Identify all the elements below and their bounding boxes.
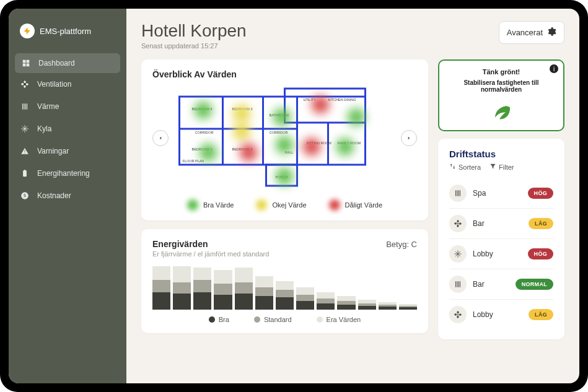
status-row[interactable]: BarNORMAL (449, 269, 553, 300)
bar (235, 268, 253, 310)
tip-subtitle: Stabilisera fastigheten till normalvärde… (447, 79, 556, 93)
heat-icon (20, 102, 30, 111)
sidebar-item-kostnader[interactable]: $Kostnader (9, 185, 126, 207)
svg-text:$: $ (24, 193, 26, 198)
snow-icon (20, 124, 30, 134)
grid-icon (21, 58, 31, 68)
energy-legend: Bra Standard Era Värden (152, 316, 417, 323)
leaf-icon (447, 99, 556, 123)
sort-button[interactable]: Sortera (449, 163, 481, 171)
battery-icon (20, 168, 30, 178)
advanced-button[interactable]: Avancerat (499, 21, 564, 44)
fan-icon (449, 215, 467, 232)
filter-icon (489, 163, 496, 171)
bar (379, 302, 397, 310)
tip-card: i Tänk grönt! Stabilisera fastigheten ti… (438, 59, 564, 131)
advanced-label: Avancerat (507, 28, 543, 37)
sidebar-item-dashboard[interactable]: Dashboard (15, 53, 120, 73)
bar (358, 300, 376, 310)
energy-grade: Betyg: C (386, 240, 417, 249)
bar (296, 287, 314, 310)
svg-rect-1 (23, 170, 27, 176)
info-icon[interactable]: i (550, 64, 558, 73)
sidebar-item-värme[interactable]: Värme (9, 95, 126, 118)
energy-subtitle: Er fjärrvärme / el jämfört med standard (152, 250, 269, 258)
sort-icon (449, 163, 456, 171)
status-row[interactable]: LobbyHÖG (449, 239, 553, 269)
page-subtitle: Senast uppdaterad 15:27 (141, 42, 247, 50)
bar (152, 266, 170, 310)
svg-point-0 (24, 84, 25, 85)
sidebar-item-energihantering[interactable]: Energihantering (9, 162, 126, 185)
bar (276, 281, 294, 310)
bolt-icon (20, 24, 35, 38)
bar (337, 296, 355, 310)
bar (214, 270, 232, 310)
energy-title: Energivärden (152, 239, 269, 249)
brand-label: EMS-plattform (40, 27, 91, 36)
energy-bars (152, 266, 417, 310)
svg-text:CORRIDOR: CORRIDOR (270, 131, 288, 134)
bar (255, 276, 273, 310)
brand: EMS-plattform (9, 24, 126, 53)
heat-icon (449, 185, 467, 202)
status-badge: LÅG (529, 309, 553, 320)
status-row[interactable]: LobbyLÅG (449, 300, 553, 329)
sidebar-item-kyla[interactable]: Kyla (9, 118, 126, 140)
bar (173, 266, 191, 310)
status-card: Driftstatus Sortera (438, 139, 564, 339)
status-list: SpaHÖGBarLÅGLobbyHÖGBarNORMALLobbyLÅG (449, 178, 553, 329)
sidebar: EMS-plattform DashboardVentilationVärmeK… (9, 9, 126, 383)
svg-text:KITCHEN DINING: KITCHEN DINING (328, 98, 356, 102)
status-badge: NORMAL (516, 279, 553, 290)
page-title: Hotell Korpen (141, 21, 247, 41)
gear-icon (546, 27, 556, 38)
svg-text:CORRIDOR: CORRIDOR (195, 131, 214, 134)
next-floor-button[interactable] (401, 130, 417, 146)
svg-point-30 (457, 314, 459, 315)
fan-icon (449, 306, 467, 323)
svg-point-29 (457, 223, 459, 224)
header: Hotell Korpen Senast uppdaterad 15:27 Av… (141, 21, 564, 50)
bar (193, 268, 211, 310)
sidebar-item-ventilation[interactable]: Ventilation (9, 73, 126, 95)
overview-legend: Bra Värde Okej Värde Dåligt Värde (152, 199, 417, 211)
sidebar-item-varningar[interactable]: Varningar (9, 140, 126, 162)
snow-icon (449, 245, 467, 263)
svg-rect-2 (24, 170, 25, 171)
tip-title: Tänk grönt! (447, 68, 556, 76)
status-badge: HÖG (528, 248, 553, 259)
status-row[interactable]: SpaHÖG (449, 178, 553, 209)
bar (317, 292, 335, 310)
money-icon: $ (20, 191, 30, 201)
bar (399, 304, 417, 310)
overview-card: Överblick Av Värden (141, 59, 428, 220)
status-badge: LÅG (529, 218, 553, 229)
main: Hotell Korpen Senast uppdaterad 15:27 Av… (126, 9, 579, 383)
floorplan[interactable]: BEDROOM 4 BEDROOM 3 BATHROOM UTILITY KIT… (172, 85, 397, 191)
filter-button[interactable]: Filter (489, 163, 514, 171)
fan-icon (20, 79, 30, 89)
status-row[interactable]: BarLÅG (449, 209, 553, 239)
heat-icon (449, 276, 467, 293)
energy-card: Energivärden Er fjärrvärme / el jämfört … (141, 229, 428, 333)
status-title: Driftstatus (449, 149, 553, 159)
status-badge: HÖG (528, 188, 553, 199)
nav-list: DashboardVentilationVärmeKylaVarningarEn… (9, 53, 126, 207)
overview-title: Överblick Av Värden (152, 69, 417, 79)
prev-floor-button[interactable] (152, 130, 169, 146)
warning-icon (20, 146, 30, 156)
svg-text:FLOOR PLAN: FLOOR PLAN (183, 159, 204, 163)
